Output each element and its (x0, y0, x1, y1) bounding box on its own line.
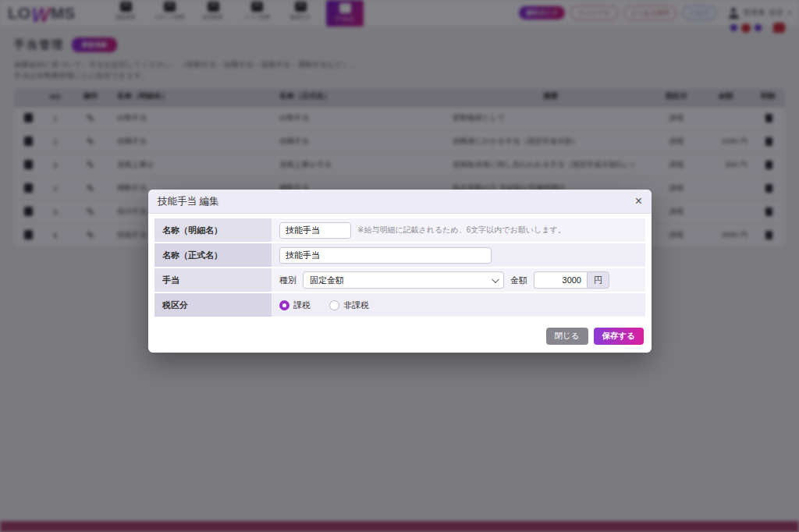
field-row-name-formal: 名称（正式名） (154, 243, 645, 267)
app-window: LOWMS 勤怠管理 スタッフ管理 給与管理 シフト管理 (0, 0, 799, 532)
field-row-tax: 税区分 課税 非課税 (154, 293, 645, 317)
field-row-name-detail: 名称（明細名） ※給与明細に記載されるため、6文字以内でお願いします。 (154, 218, 645, 242)
modal-body: 名称（明細名） ※給与明細に記載されるため、6文字以内でお願いします。 名称（正… (148, 214, 652, 317)
amount-input[interactable] (534, 271, 587, 289)
type-select-value: 固定金額 (310, 275, 344, 286)
edit-allowance-modal: 技能手当 編集 × 名称（明細名） ※給与明細に記載されるため、6文字以内でお願… (148, 190, 652, 353)
name-detail-input[interactable] (279, 222, 351, 239)
chevron-down-icon (492, 275, 499, 283)
name-detail-note: ※給与明細に記載されるため、6文字以内でお願いします。 (357, 225, 566, 236)
radio-label: 非課税 (343, 300, 369, 311)
allowance-label: 手当 (154, 268, 272, 292)
modal-title: 技能手当 編集 (158, 195, 218, 208)
radio-unchecked-icon (329, 300, 339, 310)
type-select[interactable]: 固定金額 (303, 271, 504, 289)
close-button[interactable]: 閉じる (546, 328, 588, 345)
name-detail-label: 名称（明細名） (154, 218, 272, 242)
amount-unit: 円 (587, 271, 609, 289)
modal-header: 技能手当 編集 × (148, 190, 652, 214)
name-formal-input[interactable] (279, 247, 492, 264)
close-icon[interactable]: × (635, 195, 642, 207)
radio-label: 課税 (293, 300, 311, 311)
tax-option-nontaxable[interactable]: 非課税 (329, 300, 369, 311)
amount-label: 金額 (510, 275, 527, 286)
modal-footer: 閉じる 保存する (148, 318, 652, 353)
name-formal-label: 名称（正式名） (154, 243, 272, 267)
save-button[interactable]: 保存する (594, 328, 645, 345)
radio-checked-icon (279, 300, 289, 310)
tax-option-taxable[interactable]: 課税 (279, 300, 311, 311)
type-label: 種別 (279, 275, 297, 286)
field-row-allowance: 手当 種別 固定金額 金額 円 (154, 268, 645, 292)
tax-label: 税区分 (154, 293, 272, 317)
